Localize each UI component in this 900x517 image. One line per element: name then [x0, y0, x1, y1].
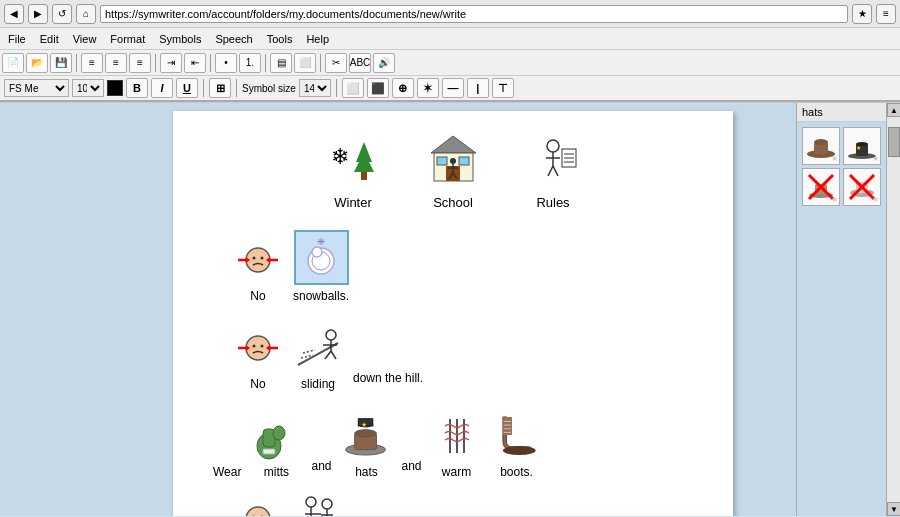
url-bar[interactable] — [100, 5, 848, 23]
forward-button[interactable]: ▶ — [28, 4, 48, 24]
menu-edit[interactable]: Edit — [34, 28, 65, 50]
svg-rect-55 — [263, 449, 275, 454]
mitts-item: mitts — [251, 411, 301, 479]
row-no-snowballs: No — [203, 230, 703, 303]
svg-text:❄: ❄ — [331, 144, 349, 169]
sym-btn2[interactable]: ⬛ — [367, 78, 389, 98]
sliding-icon — [293, 323, 343, 373]
svg-rect-7 — [437, 157, 447, 165]
wear-label: Wear — [213, 465, 241, 479]
thumb-3[interactable]: ★ — [802, 168, 840, 206]
page-btn[interactable]: ⬜ — [294, 53, 316, 73]
justify-btn[interactable]: ▤ — [270, 53, 292, 73]
sym-size-select[interactable]: 14 — [299, 79, 331, 97]
open-btn[interactable]: 📂 — [26, 53, 48, 73]
sym-btn6[interactable]: | — [467, 78, 489, 98]
left-panel — [0, 103, 110, 516]
underline-btn[interactable]: U — [176, 78, 198, 98]
doc-area: ❄ Winter — [110, 103, 796, 516]
snowballs-label: snowballs. — [293, 289, 349, 303]
svg-point-39 — [261, 345, 264, 348]
school-item: School — [423, 131, 483, 210]
svg-point-9 — [450, 158, 456, 164]
size-select[interactable]: 10 — [72, 79, 104, 97]
scroll-thumb[interactable] — [888, 127, 900, 157]
no-label-1: No — [250, 289, 265, 303]
ol-btn[interactable]: 1. — [239, 53, 261, 73]
indent-btn[interactable]: ⇥ — [160, 53, 182, 73]
menu-format[interactable]: Format — [104, 28, 151, 50]
menu-bar: File Edit View Format Symbols Speech Too… — [0, 28, 900, 50]
align-left-btn[interactable]: ≡ — [81, 53, 103, 73]
scroll-track — [887, 117, 900, 502]
save-btn[interactable]: 💾 — [50, 53, 72, 73]
header-row: ❄ Winter — [203, 131, 703, 210]
outdent-btn[interactable]: ⇤ — [184, 53, 206, 73]
sym-btn5[interactable]: — — [442, 78, 464, 98]
back-button[interactable]: ◀ — [4, 4, 24, 24]
scissors-btn[interactable]: ✂ — [325, 53, 347, 73]
thumb-2[interactable]: ★ ★ — [843, 127, 881, 165]
svg-point-71 — [246, 507, 270, 516]
mitts-icon — [251, 411, 301, 461]
svg-line-48 — [325, 351, 331, 359]
menu-help[interactable]: Help — [300, 28, 335, 50]
menu-symbols[interactable]: Symbols — [153, 28, 207, 50]
ul-btn[interactable]: • — [215, 53, 237, 73]
row-no-pushing: No — [203, 494, 703, 516]
thumb-1[interactable]: ★ — [802, 127, 840, 165]
menu-speech[interactable]: Speech — [209, 28, 258, 50]
menu-view[interactable]: View — [67, 28, 103, 50]
menu-tools[interactable]: Tools — [261, 28, 299, 50]
thumb-4[interactable]: ★ — [843, 168, 881, 206]
sym-btn3[interactable]: ⊕ — [392, 78, 414, 98]
scrollbar: ▲ ▼ — [886, 103, 900, 516]
bookmark-button[interactable]: ★ — [852, 4, 872, 24]
color-box[interactable] — [107, 80, 123, 96]
rules-item: Rules — [523, 131, 583, 210]
snowballs-item: snowballs. — [293, 230, 349, 303]
svg-point-38 — [253, 345, 256, 348]
svg-rect-8 — [459, 157, 469, 165]
browser-chrome: ◀ ▶ ↺ ⌂ ★ ≡ File Edit View Format Symbol… — [0, 0, 900, 103]
bold-btn[interactable]: B — [126, 78, 148, 98]
align-center-btn[interactable]: ≡ — [105, 53, 127, 73]
menu-file[interactable]: File — [2, 28, 32, 50]
sym-btn4[interactable]: ✶ — [417, 78, 439, 98]
svg-point-14 — [547, 140, 559, 152]
pushing-item: pushing. — [293, 494, 343, 516]
right-panel: hats ★ ★ — [796, 103, 886, 516]
font-select[interactable]: FS Me — [4, 79, 69, 97]
doc-page: ❄ Winter — [173, 111, 733, 516]
boots-item: boots. — [492, 411, 542, 479]
sym-btn7[interactable]: ⊤ — [492, 78, 514, 98]
toolbar2: FS Me 10 B I U ⊞ Symbol size 14 ⬜ ⬛ ⊕ ✶ … — [0, 76, 900, 102]
hats-label: hats — [355, 465, 378, 479]
down-the-hill-text: down the hill. — [353, 371, 423, 391]
spell-btn[interactable]: ABC — [349, 53, 371, 73]
refresh-button[interactable]: ↺ — [52, 4, 72, 24]
home-button[interactable]: ⌂ — [76, 4, 96, 24]
italic-btn[interactable]: I — [151, 78, 173, 98]
menu-button[interactable]: ≡ — [876, 4, 896, 24]
row-wear: Wear mitts and — [203, 411, 703, 479]
and-text-2: and — [401, 459, 421, 479]
no-icon-3 — [233, 494, 283, 516]
table-btn[interactable]: ⊞ — [209, 78, 231, 98]
scroll-up-btn[interactable]: ▲ — [887, 103, 900, 117]
row-no-sliding: No — [203, 323, 703, 391]
svg-text:★: ★ — [361, 420, 367, 429]
scroll-down-btn[interactable]: ▼ — [887, 502, 900, 516]
school-icon — [423, 131, 483, 191]
svg-point-54 — [273, 426, 285, 440]
school-label: School — [433, 195, 473, 210]
speaker-btn[interactable]: 🔊 — [373, 53, 395, 73]
mitts-label: mitts — [264, 465, 289, 479]
svg-line-49 — [331, 351, 336, 359]
sym-btn1[interactable]: ⬜ — [342, 78, 364, 98]
boots-label: boots. — [500, 465, 533, 479]
new-btn[interactable]: 📄 — [2, 53, 24, 73]
svg-line-17 — [548, 166, 553, 176]
align-right-btn[interactable]: ≡ — [129, 53, 151, 73]
nav-bar: ◀ ▶ ↺ ⌂ ★ ≡ — [0, 0, 900, 28]
